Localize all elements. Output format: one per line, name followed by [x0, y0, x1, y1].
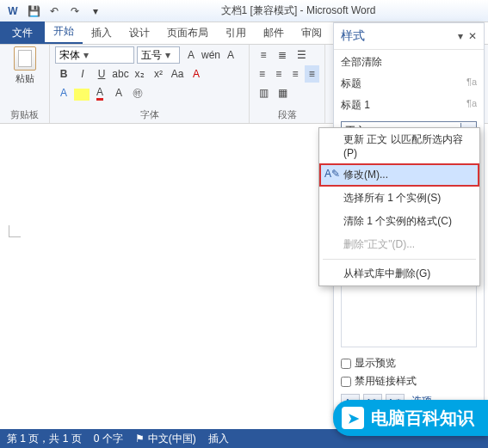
enclose-char-button[interactable]: ㊕: [129, 84, 146, 101]
font-name-combo[interactable]: 宋体▾: [55, 46, 134, 64]
disable-linked-checkbox[interactable]: 禁用链接样式: [341, 374, 477, 389]
tab-insert[interactable]: 插入: [83, 22, 120, 44]
group-clipboard: 粘贴 剪贴板: [0, 45, 50, 123]
underline-button[interactable]: U: [93, 65, 110, 83]
style-label: 标题: [341, 77, 361, 91]
paste-button[interactable]: 粘贴: [5, 46, 44, 85]
paste-icon: [14, 46, 36, 71]
globe-icon: ⚑: [135, 433, 145, 445]
menu-select-all[interactable]: 选择所有 1 个实例(S): [319, 187, 479, 210]
style-item-clear-all[interactable]: 全部清除: [341, 53, 477, 71]
window-title: 文档1 [兼容模式] - Microsoft Word: [108, 3, 488, 18]
shading-button[interactable]: ▥: [255, 84, 272, 101]
undo-icon[interactable]: ↶: [45, 2, 64, 21]
status-language[interactable]: ⚑中文(中国): [135, 432, 196, 446]
page[interactable]: [9, 132, 318, 420]
justify-button[interactable]: ≡: [305, 65, 319, 83]
group-paragraph: ≡ ≣ ☰ ≡ ≡ ≡ ≡ ▥ ▦ 段落: [250, 45, 325, 123]
chevron-down-icon: ▾: [83, 49, 89, 61]
chevron-down-icon: ▾: [165, 49, 170, 61]
text-effects-button[interactable]: A: [55, 84, 72, 101]
font-size-value: 五号: [141, 48, 162, 63]
font-name-value: 宋体: [59, 48, 80, 63]
font-size-combo[interactable]: 五号▾: [137, 46, 180, 64]
clipboard-group-label: 剪贴板: [5, 107, 44, 123]
status-page[interactable]: 第 1 页，共 1 页: [7, 432, 82, 446]
font-color-button[interactable]: A: [91, 84, 108, 101]
multilevel-button[interactable]: ☰: [293, 46, 310, 64]
word-icon[interactable]: W: [3, 2, 22, 21]
group-font: 宋体▾ 五号▾ A wén A B I U abc x₂ x² Aa A A A…: [50, 45, 250, 123]
superscript-button[interactable]: x²: [150, 65, 167, 83]
style-label: 全部清除: [341, 55, 382, 70]
badge-logo-icon: ➤: [342, 407, 364, 429]
tab-design[interactable]: 设计: [120, 22, 158, 44]
numbering-button[interactable]: ≣: [274, 46, 291, 64]
menu-update-match[interactable]: 更新 正文 以匹配所选内容(P): [319, 128, 479, 163]
bold-button[interactable]: B: [55, 65, 72, 83]
tab-layout[interactable]: 页面布局: [158, 22, 217, 44]
clear-format-button[interactable]: A: [188, 65, 205, 83]
menu-remove-from-gallery[interactable]: 从样式库中删除(G): [319, 262, 479, 285]
tab-review[interactable]: 审阅: [293, 22, 330, 44]
save-icon[interactable]: 💾: [24, 2, 43, 21]
menu-separator: [323, 259, 476, 260]
grow-font-button[interactable]: A: [182, 46, 200, 64]
style-list: 全部清除 标题¶a 标题 1¶a: [334, 50, 484, 118]
bullets-button[interactable]: ≡: [255, 46, 272, 64]
menu-delete-style: 删除"正文"(D)...: [319, 233, 479, 256]
redo-icon[interactable]: ↷: [65, 2, 84, 21]
show-preview-label: 显示预览: [355, 356, 396, 371]
disable-linked-label: 禁用链接样式: [355, 374, 417, 389]
checkbox-icon[interactable]: [341, 377, 351, 387]
align-left-button[interactable]: ≡: [255, 65, 269, 83]
strike-button[interactable]: abc: [112, 65, 129, 83]
char-shading-button[interactable]: A: [110, 84, 127, 101]
style-item-heading1[interactable]: 标题 1¶a: [341, 96, 477, 114]
menu-modify[interactable]: A✎ 修改(M)...: [319, 163, 479, 187]
subscript-button[interactable]: x₂: [131, 65, 148, 83]
char-border-button[interactable]: A: [222, 46, 239, 64]
style-label: 标题 1: [341, 98, 370, 113]
modify-icon: A✎: [324, 168, 337, 180]
style-context-menu: 更新 正文 以匹配所选内容(P) A✎ 修改(M)... 选择所有 1 个实例(…: [318, 127, 480, 286]
tab-file[interactable]: 文件: [0, 21, 45, 44]
show-preview-checkbox[interactable]: 显示预览: [341, 356, 477, 371]
page-corner-indicator: [9, 212, 34, 237]
paste-label: 粘贴: [15, 72, 34, 85]
site-badge: ➤ 电脑百科知识: [333, 400, 488, 436]
borders-button[interactable]: ▦: [274, 84, 291, 101]
align-right-button[interactable]: ≡: [288, 65, 303, 83]
close-icon[interactable]: ✕: [468, 30, 477, 42]
align-center-button[interactable]: ≡: [271, 65, 286, 83]
italic-button[interactable]: I: [74, 65, 91, 83]
change-case-button[interactable]: Aa: [169, 65, 186, 83]
font-group-label: 字体: [55, 107, 244, 123]
paragraph-group-label: 段落: [255, 107, 319, 123]
quick-access-toolbar: W 💾 ↶ ↷ ▾: [0, 2, 108, 21]
style-item-title[interactable]: 标题¶a: [341, 75, 477, 93]
tab-home[interactable]: 开始: [45, 21, 83, 44]
styles-pane-title: 样式: [341, 28, 365, 44]
menu-clear-format[interactable]: 清除 1 个实例的格式(C): [319, 210, 479, 233]
status-insert-mode[interactable]: 插入: [208, 432, 229, 446]
status-word-count[interactable]: 0 个字: [94, 432, 123, 446]
highlight-button[interactable]: [74, 89, 90, 101]
pane-dropdown-icon[interactable]: ▾: [458, 30, 463, 42]
title-bar: W 💾 ↶ ↷ ▾ 文档1 [兼容模式] - Microsoft Word: [0, 0, 488, 22]
badge-text: 电脑百科知识: [371, 407, 474, 430]
qat-customize-icon[interactable]: ▾: [86, 2, 105, 21]
tab-mailings[interactable]: 邮件: [255, 22, 293, 44]
phonetic-button[interactable]: wén: [202, 46, 219, 64]
checkbox-icon[interactable]: [341, 359, 351, 369]
tab-references[interactable]: 引用: [217, 22, 255, 44]
